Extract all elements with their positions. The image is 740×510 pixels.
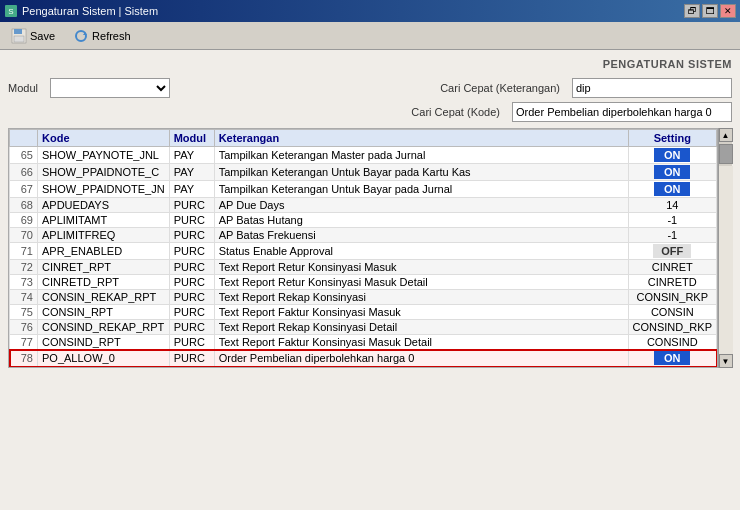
cell-keterangan: Tampilkan Keterangan Untuk Bayar pada Ju… [214, 181, 628, 198]
table-row[interactable]: 72CINRET_RPTPURCText Report Retur Konsin… [10, 260, 717, 275]
modul-select[interactable] [50, 78, 170, 98]
cell-kode: CINRET_RPT [38, 260, 170, 275]
table-row[interactable]: 74CONSIN_REKAP_RPTPURCText Report Rekap … [10, 290, 717, 305]
cell-no: 73 [10, 275, 38, 290]
cell-kode: CONSIND_REKAP_RPT [38, 320, 170, 335]
table-row[interactable]: 66SHOW_PPAIDNOTE_CPAYTampilkan Keteranga… [10, 164, 717, 181]
col-modul: Modul [169, 130, 214, 147]
cell-keterangan: Text Report Rekap Konsinyasi [214, 290, 628, 305]
svg-rect-4 [14, 36, 24, 42]
restore-button[interactable]: 🗗 [684, 4, 700, 18]
col-no [10, 130, 38, 147]
table-row[interactable]: 70APLIMITFREQPURCAP Batas Frekuensi-1 [10, 228, 717, 243]
content-area: PENGATURAN SISTEM Modul Cari Cepat (Kete… [0, 50, 740, 510]
cell-no: 77 [10, 335, 38, 350]
on-badge[interactable]: ON [654, 351, 690, 365]
cell-modul: PURC [169, 305, 214, 320]
scrollbar-thumb[interactable] [719, 144, 733, 164]
table-scroll: Kode Modul Keterangan Setting 65SHOW_PAY… [8, 128, 718, 368]
cari-keterangan-input[interactable] [572, 78, 732, 98]
cell-kode: APLIMITAMT [38, 213, 170, 228]
cell-keterangan: Text Report Faktur Konsinyasi Masuk [214, 305, 628, 320]
cell-keterangan: AP Batas Hutang [214, 213, 628, 228]
cell-kode: SHOW_PAYNOTE_JNL [38, 147, 170, 164]
close-button[interactable]: ✕ [720, 4, 736, 18]
refresh-button[interactable]: Refresh [66, 25, 138, 47]
cell-setting: -1 [628, 213, 716, 228]
cell-kode: APDUEDAYS [38, 198, 170, 213]
svg-rect-3 [14, 29, 22, 34]
cell-kode: APR_ENABLED [38, 243, 170, 260]
svg-text:S: S [8, 7, 13, 16]
cell-modul: PURC [169, 260, 214, 275]
cell-keterangan: Text Report Rekap Konsinyasi Detail [214, 320, 628, 335]
cell-kode: CONSIN_RPT [38, 305, 170, 320]
table-row[interactable]: 68APDUEDAYSPURCAP Due Days14 [10, 198, 717, 213]
table-row[interactable]: 67SHOW_PPAIDNOTE_JNPAYTampilkan Keterang… [10, 181, 717, 198]
cell-keterangan: AP Batas Frekuensi [214, 228, 628, 243]
cell-keterangan: Status Enable Approval [214, 243, 628, 260]
cell-setting: CINRETD [628, 275, 716, 290]
save-label: Save [30, 30, 55, 42]
cell-modul: PAY [169, 181, 214, 198]
maximize-button[interactable]: 🗖 [702, 4, 718, 18]
table-row[interactable]: 73CINRETD_RPTPURCText Report Retur Konsi… [10, 275, 717, 290]
cell-no: 76 [10, 320, 38, 335]
cell-kode: PO_ALLOW_0 [38, 350, 170, 367]
table-row[interactable]: 76CONSIND_REKAP_RPTPURCText Report Rekap… [10, 320, 717, 335]
toolbar: Save Refresh [0, 22, 740, 50]
modul-label: Modul [8, 82, 38, 94]
cell-kode: APLIMITFREQ [38, 228, 170, 243]
cell-setting: ON [628, 147, 716, 164]
cell-keterangan: Tampilkan Keterangan Untuk Bayar pada Ka… [214, 164, 628, 181]
cell-kode: SHOW_PPAIDNOTE_C [38, 164, 170, 181]
cell-no: 74 [10, 290, 38, 305]
window-title: Pengaturan Sistem | Sistem [22, 5, 158, 17]
scrollbar-down[interactable]: ▼ [719, 354, 733, 368]
on-badge[interactable]: ON [654, 182, 690, 196]
cell-no: 70 [10, 228, 38, 243]
cell-no: 68 [10, 198, 38, 213]
cell-no: 69 [10, 213, 38, 228]
on-badge[interactable]: ON [654, 148, 690, 162]
cell-modul: PURC [169, 350, 214, 367]
cell-modul: PURC [169, 320, 214, 335]
cell-no: 72 [10, 260, 38, 275]
cari-keterangan-label: Cari Cepat (Keterangan) [440, 82, 560, 94]
title-bar-left: S Pengaturan Sistem | Sistem [4, 4, 158, 18]
table-area: Kode Modul Keterangan Setting 65SHOW_PAY… [8, 128, 732, 368]
cell-setting: CONSIND [628, 335, 716, 350]
table-row[interactable]: 77CONSIND_RPTPURCText Report Faktur Kons… [10, 335, 717, 350]
table-row[interactable]: 69APLIMITAMTPURCAP Batas Hutang-1 [10, 213, 717, 228]
scrollbar-up[interactable]: ▲ [719, 128, 733, 142]
scrollbar-track [719, 166, 733, 354]
right-controls: Cari Cepat (Keterangan) Cari Cepat (Kode… [411, 78, 732, 122]
cell-modul: PURC [169, 213, 214, 228]
cari-kode-row: Cari Cepat (Kode) [411, 102, 732, 122]
cell-keterangan: Tampilkan Keterangan Master pada Jurnal [214, 147, 628, 164]
cell-setting: CONSIN [628, 305, 716, 320]
on-badge[interactable]: ON [654, 165, 690, 179]
off-badge[interactable]: OFF [653, 244, 691, 258]
table-row[interactable]: 65SHOW_PAYNOTE_JNLPAYTampilkan Keteranga… [10, 147, 717, 164]
cell-modul: PURC [169, 290, 214, 305]
cari-keterangan-row: Cari Cepat (Keterangan) [411, 78, 732, 98]
cell-keterangan: Order Pembelian diperbolehkan harga 0 [214, 350, 628, 367]
scrollbar[interactable]: ▲ ▼ [718, 128, 732, 368]
cell-no: 67 [10, 181, 38, 198]
cell-kode: SHOW_PPAIDNOTE_JN [38, 181, 170, 198]
cell-no: 75 [10, 305, 38, 320]
left-controls: Modul [8, 78, 170, 98]
cari-kode-label: Cari Cepat (Kode) [411, 106, 500, 118]
cell-setting: -1 [628, 228, 716, 243]
col-kode: Kode [38, 130, 170, 147]
table-row[interactable]: 78PO_ALLOW_0PURCOrder Pembelian diperbol… [10, 350, 717, 367]
table-row[interactable]: 75CONSIN_RPTPURCText Report Faktur Konsi… [10, 305, 717, 320]
cari-kode-input[interactable] [512, 102, 732, 122]
table-body: 65SHOW_PAYNOTE_JNLPAYTampilkan Keteranga… [10, 147, 717, 367]
title-bar: S Pengaturan Sistem | Sistem 🗗 🗖 ✕ [0, 0, 740, 22]
cell-no: 66 [10, 164, 38, 181]
table-row[interactable]: 71APR_ENABLEDPURCStatus Enable ApprovalO… [10, 243, 717, 260]
col-keterangan: Keterangan [214, 130, 628, 147]
save-button[interactable]: Save [4, 25, 62, 47]
